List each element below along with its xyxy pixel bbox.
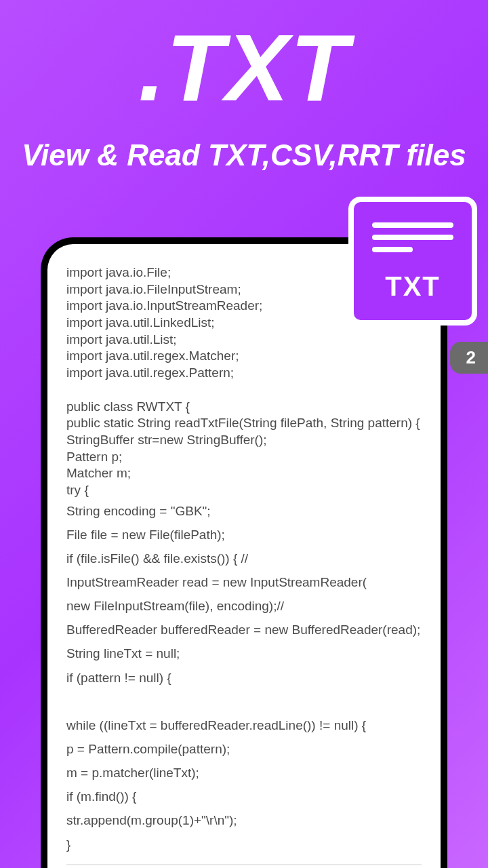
page-indicator: 2 xyxy=(450,342,488,374)
subtitle: View & Read TXT,CSV,RRT files xyxy=(0,136,488,174)
code-viewer[interactable]: import java.io.File; import java.io.File… xyxy=(66,264,422,856)
device-frame: import java.io.File; import java.io.File… xyxy=(41,237,447,868)
badge-label: TXT xyxy=(385,271,441,302)
txt-file-icon: TXT xyxy=(348,197,477,326)
file-lines-icon xyxy=(372,222,453,259)
divider xyxy=(66,864,422,865)
code-block-2: String encoding = "GBK"; File file = new… xyxy=(66,504,420,852)
hero-title: .TXT xyxy=(0,0,488,115)
